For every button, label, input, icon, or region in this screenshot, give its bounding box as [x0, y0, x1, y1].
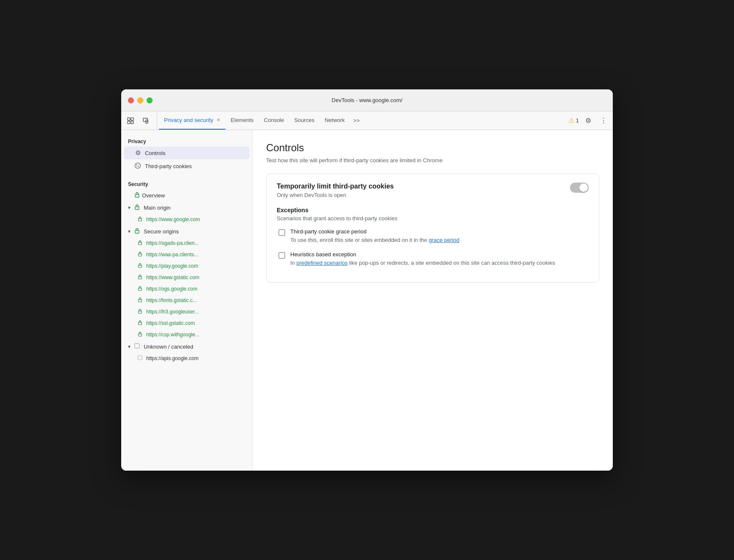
exceptions-section: Exceptions Scenarios that grant access t… — [277, 207, 589, 267]
main-origin-url-lock-icon — [137, 216, 143, 223]
warning-count: 1 — [576, 117, 579, 124]
secure-url-3: https://www.gstatic.com — [146, 274, 199, 280]
sidebar-item-unknown-group[interactable]: ▼ Unknown / canceled — [124, 341, 250, 352]
svg-point-10 — [136, 166, 137, 167]
secure-origin-url-2[interactable]: https://play.google.com — [124, 261, 250, 272]
warning-icon: ⚠ — [568, 116, 574, 125]
sidebar-item-main-origin-group[interactable]: ▼ Main origin — [124, 202, 250, 213]
close-button[interactable] — [128, 97, 134, 103]
svg-rect-24 — [135, 344, 139, 348]
tab-sources-label: Sources — [294, 117, 314, 123]
sidebar-item-third-party-cookies[interactable]: Third-party cookies — [124, 160, 250, 173]
secure-origin-url-8[interactable]: https://csp.withgoogle... — [124, 329, 250, 340]
secure-origin-url-1[interactable]: https://waa-pa.clients... — [124, 249, 250, 260]
secure-origin-url-5[interactable]: https://fonts.gstatic.c... — [124, 295, 250, 306]
secure-origin-url-4[interactable]: https://ogs.google.com — [124, 283, 250, 294]
minimize-button[interactable] — [137, 97, 143, 103]
predefined-scenarios-link[interactable]: predefined scenarios — [296, 260, 348, 266]
grace-period-content: Third-party cookie grace period To use t… — [290, 228, 459, 244]
secure-url-lock-0 — [137, 240, 143, 247]
secure-url-5: https://fonts.gstatic.c... — [146, 297, 197, 303]
svg-rect-22 — [139, 322, 142, 325]
secure-origins-lock-icon — [134, 227, 140, 235]
overview-label: Overview — [142, 192, 165, 199]
sidebar-item-overview[interactable]: Overview — [124, 189, 250, 201]
svg-rect-2 — [128, 121, 130, 124]
secure-origin-url-6[interactable]: https://lh3.googleuser... — [124, 306, 250, 317]
svg-rect-15 — [139, 242, 142, 245]
tab-console-label: Console — [264, 117, 284, 123]
card-header-text: Temporarily limit third-party cookies On… — [277, 183, 394, 198]
traffic-lights — [128, 97, 153, 103]
grace-period-title: Third-party cookie grace period — [290, 228, 459, 235]
card-header: Temporarily limit third-party cookies On… — [277, 183, 589, 198]
exception-item-grace-period: Third-party cookie grace period To use t… — [277, 228, 589, 244]
exceptions-title: Exceptions — [277, 207, 589, 213]
secure-url-lock-1 — [137, 251, 143, 258]
secure-url-lock-4 — [137, 286, 143, 292]
heuristics-title: Heuristics based exception — [290, 251, 555, 258]
sidebar-item-secure-origins-group[interactable]: ▼ Secure origins — [124, 225, 250, 237]
grace-period-checkbox[interactable] — [278, 229, 285, 236]
tab-network-label: Network — [325, 117, 345, 123]
tab-sources[interactable]: Sources — [289, 111, 320, 130]
svg-rect-11 — [135, 194, 139, 197]
more-tabs-button[interactable]: >> — [350, 111, 363, 130]
window-title: DevTools - www.google.com/ — [332, 97, 403, 103]
toggle-limit-cookies[interactable] — [570, 183, 589, 193]
main-origin-arrow: ▼ — [127, 205, 132, 210]
sidebar-item-controls[interactable]: ⚙ Controls — [124, 147, 250, 159]
unknown-url-0[interactable]: https://apis.google.com — [124, 353, 250, 364]
settings-button[interactable]: ⚙ — [582, 115, 594, 127]
device-icon[interactable] — [140, 115, 152, 127]
privacy-section-title: Privacy — [121, 135, 252, 146]
svg-rect-14 — [135, 230, 139, 233]
secure-origin-url-3[interactable]: https://www.gstatic.com — [124, 272, 250, 283]
tab-bar: Privacy and security ✕ Elements Console … — [121, 111, 613, 130]
sidebar: Privacy ⚙ Controls Third-party cookies — [121, 130, 253, 471]
exception-item-heuristics: Heuristics based exception In predefined… — [277, 251, 589, 267]
maximize-button[interactable] — [147, 97, 153, 103]
toggle-knob — [579, 183, 588, 192]
sidebar-item-main-origin-url[interactable]: https://www.google.com — [124, 214, 250, 225]
main-origin-label: Main origin — [144, 205, 171, 211]
heuristics-desc-before: In — [290, 260, 296, 266]
card-title: Temporarily limit third-party cookies — [277, 183, 394, 190]
heuristics-content: Heuristics based exception In predefined… — [290, 251, 555, 267]
warning-badge[interactable]: ⚠ 1 — [568, 116, 579, 125]
tab-privacy-security[interactable]: Privacy and security ✕ — [159, 111, 225, 130]
controls-icon: ⚙ — [134, 149, 142, 157]
inspect-icon[interactable] — [125, 115, 136, 127]
heuristics-checkbox[interactable] — [278, 252, 285, 259]
devtools-window: DevTools - www.google.com/ Privacy and — [121, 89, 613, 471]
more-options-button[interactable]: ⋮ — [598, 115, 609, 127]
secure-origin-url-0[interactable]: https://ogads-pa.clien... — [124, 238, 250, 249]
svg-rect-21 — [139, 311, 142, 313]
tab-network[interactable]: Network — [320, 111, 350, 130]
exceptions-desc: Scenarios that grant access to third-par… — [277, 215, 589, 222]
cookies-icon — [134, 162, 142, 170]
secure-origins-arrow: ▼ — [127, 229, 132, 234]
unknown-url-0-text: https://apis.google.com — [146, 355, 198, 361]
card-desc: Only when DevTools is open — [277, 192, 394, 198]
secure-url-lock-7 — [137, 320, 143, 327]
grace-period-link[interactable]: grace period — [429, 237, 459, 243]
secure-url-4: https://ogs.google.com — [146, 286, 197, 292]
secure-origins-label: Secure origins — [144, 228, 179, 235]
svg-rect-18 — [139, 277, 142, 279]
page-subtitle: Test how this site will perform if third… — [266, 157, 599, 164]
content-area: Controls Test how this site will perform… — [253, 130, 613, 471]
title-bar: DevTools - www.google.com/ — [121, 89, 613, 111]
tab-console[interactable]: Console — [259, 111, 289, 130]
tab-elements[interactable]: Elements — [225, 111, 259, 130]
svg-rect-13 — [139, 219, 142, 221]
devtools-icons — [125, 111, 157, 130]
tab-close-icon[interactable]: ✕ — [217, 118, 220, 122]
limit-cookies-card: Temporarily limit third-party cookies On… — [266, 174, 599, 283]
svg-point-7 — [136, 164, 137, 165]
secure-origin-url-7[interactable]: https://ssl.gstatic.com — [124, 318, 250, 329]
secure-url-2: https://play.google.com — [146, 263, 198, 269]
tab-bar-right: ⚠ 1 ⚙ ⋮ — [568, 111, 609, 130]
secure-url-1: https://waa-pa.clients... — [146, 252, 198, 258]
secure-url-lock-3 — [137, 274, 143, 281]
